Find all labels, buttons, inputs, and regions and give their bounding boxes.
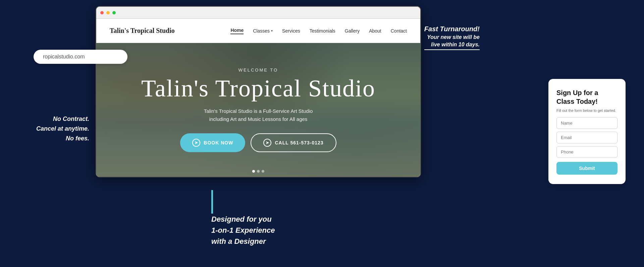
- no-contract-line1: No Contract.: [36, 114, 89, 124]
- signup-card: Sign Up for a Class Today! Fill out the …: [548, 79, 626, 184]
- site-logo: Talin's Tropical Studio: [110, 27, 175, 35]
- signup-heading: Sign Up for a Class Today!: [556, 88, 618, 106]
- hero-subtitle: Talin's Tropical Studio is a Full-Servic…: [141, 107, 375, 123]
- chevron-down-icon: ▾: [271, 29, 273, 33]
- nav-links: Home Classes ▾ Services Testimonials Gal…: [230, 28, 407, 34]
- welcome-label: WELCOME TO: [141, 68, 375, 73]
- email-input[interactable]: [556, 132, 618, 143]
- url-bar[interactable]: ropicalstudio.com: [34, 50, 127, 64]
- designed-line3: with a Designer: [211, 236, 275, 247]
- annotation-designed-for-you: Designed for you 1-on-1 Experience with …: [211, 190, 275, 247]
- nav-testimonials[interactable]: Testimonials: [310, 28, 335, 34]
- signup-subtext: Fill out the form below to get started.: [556, 108, 618, 113]
- book-now-button[interactable]: ➤ BOOK NOW: [180, 133, 245, 152]
- hero-slider-dots: [252, 170, 264, 173]
- submit-button[interactable]: Submit: [556, 162, 618, 175]
- fast-turnaround-line2: Your new site will be: [424, 34, 480, 41]
- nav-classes[interactable]: Classes ▾: [253, 28, 273, 34]
- call-button[interactable]: ➤ CALL 561-573-0123: [251, 133, 336, 152]
- hero-buttons: ➤ BOOK NOW ➤ CALL 561-573-0123: [141, 133, 375, 152]
- browser-dot-minimize[interactable]: [106, 11, 110, 14]
- fast-turnaround-line1: Fast Turnaround!: [424, 24, 480, 34]
- no-contract-line2: Cancel at anytime.: [36, 124, 89, 134]
- site-navigation: Talin's Tropical Studio Home Classes ▾ S…: [96, 19, 420, 43]
- browser-mockup: Talin's Tropical Studio Home Classes ▾ S…: [96, 6, 421, 177]
- slider-dot-3[interactable]: [262, 170, 264, 173]
- hero-section: WELCOME TO Talin's Tropical Studio Talin…: [96, 43, 420, 177]
- annotation-no-contract: No Contract. Cancel at anytime. No fees.: [36, 114, 89, 143]
- designed-line2: 1-on-1 Experience: [211, 225, 275, 236]
- arrow-right-icon: ➤: [192, 139, 200, 147]
- phone-icon: ➤: [263, 139, 271, 147]
- browser-chrome: [96, 7, 420, 19]
- hero-title: Talin's Tropical Studio: [141, 75, 375, 102]
- nav-contact[interactable]: Contact: [391, 28, 407, 34]
- nav-about[interactable]: About: [369, 28, 381, 34]
- nav-services[interactable]: Services: [282, 28, 300, 34]
- nav-gallery[interactable]: Gallery: [345, 28, 360, 34]
- phone-input[interactable]: [556, 146, 618, 158]
- no-contract-line3: No fees.: [36, 134, 89, 143]
- annotation-fast-turnaround: Fast Turnaround! Your new site will be l…: [424, 24, 480, 50]
- nav-home[interactable]: Home: [230, 28, 244, 34]
- website-content: Talin's Tropical Studio Home Classes ▾ S…: [96, 19, 420, 177]
- accent-line-icon: [211, 190, 213, 214]
- browser-dot-close[interactable]: [100, 11, 104, 14]
- slider-dot-1[interactable]: [252, 170, 255, 173]
- fast-turnaround-line3: live within 10 days.: [424, 41, 480, 50]
- designed-line1: Designed for you: [211, 214, 275, 225]
- hero-content: WELCOME TO Talin's Tropical Studio Talin…: [141, 68, 375, 152]
- name-input[interactable]: [556, 117, 618, 129]
- designed-text: Designed for you 1-on-1 Experience with …: [211, 214, 275, 247]
- browser-dot-fullscreen[interactable]: [112, 11, 116, 14]
- slider-dot-2[interactable]: [257, 170, 260, 173]
